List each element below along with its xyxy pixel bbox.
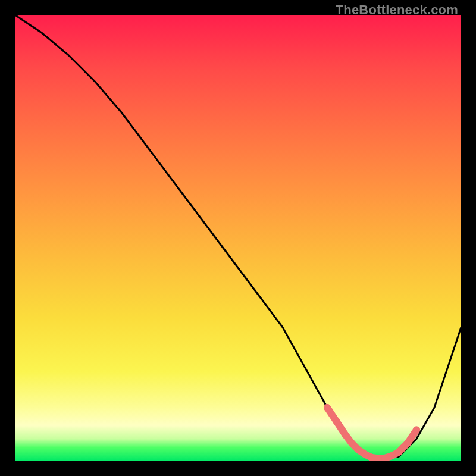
minimum-dot bbox=[413, 427, 420, 434]
minimum-dot bbox=[333, 418, 340, 425]
minimum-dot bbox=[348, 440, 355, 447]
watermark-text: TheBottleneck.com bbox=[336, 2, 458, 18]
minimum-dot bbox=[404, 440, 411, 447]
minimum-dot bbox=[355, 446, 362, 453]
minimum-dot bbox=[362, 451, 369, 458]
minimum-dot bbox=[342, 431, 349, 438]
minimum-dot bbox=[409, 433, 416, 440]
minimum-dot bbox=[389, 452, 396, 459]
minimum-dot bbox=[368, 454, 375, 461]
chart-svg bbox=[15, 15, 461, 461]
bottleneck-curve bbox=[15, 15, 461, 459]
minimum-dots bbox=[324, 404, 420, 461]
chart-frame bbox=[15, 15, 461, 461]
minimum-dot bbox=[324, 404, 331, 411]
